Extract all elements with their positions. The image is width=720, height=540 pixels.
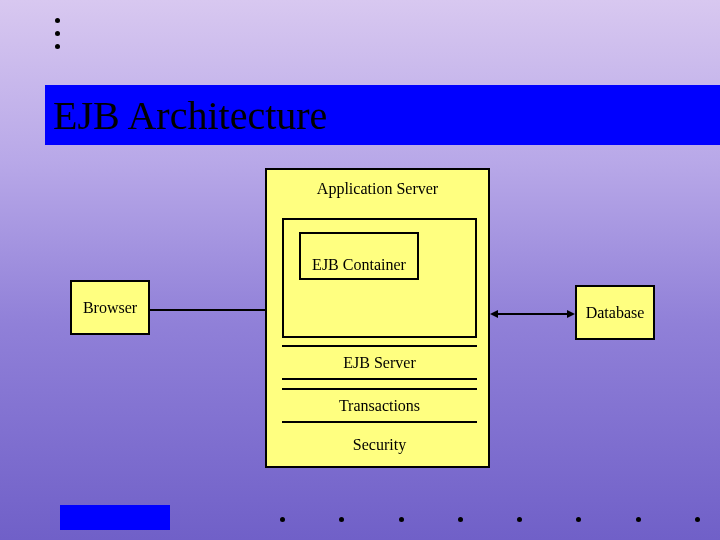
transactions-box: Transactions <box>282 388 477 423</box>
ejb-container-label: EJB Container <box>312 256 406 274</box>
database-label: Database <box>586 304 645 322</box>
svg-marker-2 <box>490 310 498 318</box>
security-box: Security <box>282 430 477 460</box>
decorative-bullets-top <box>55 10 60 57</box>
slide-title: EJB Architecture <box>45 92 327 139</box>
application-server-label: Application Server <box>267 180 488 198</box>
svg-marker-3 <box>567 310 575 318</box>
application-server-box: Application Server EJB Container EJB Ser… <box>265 168 490 468</box>
title-bar: EJB Architecture <box>45 85 720 145</box>
transactions-label: Transactions <box>339 397 420 415</box>
diagram-canvas: Browser Database Application Server EJB … <box>0 160 720 540</box>
ejb-server-box: EJB Server <box>282 345 477 380</box>
ejb-server-label: EJB Server <box>343 354 415 372</box>
ejb-container-wrapper: EJB Container <box>282 218 477 338</box>
connector-appserver-database <box>490 310 575 318</box>
browser-label: Browser <box>83 299 137 317</box>
connector-browser-appserver <box>150 308 265 312</box>
security-label: Security <box>353 436 406 454</box>
browser-box: Browser <box>70 280 150 335</box>
decorative-footer-dots <box>280 517 700 522</box>
database-box: Database <box>575 285 655 340</box>
decorative-footer-bar <box>60 505 170 530</box>
ejb-container-box: EJB Container <box>299 232 419 280</box>
